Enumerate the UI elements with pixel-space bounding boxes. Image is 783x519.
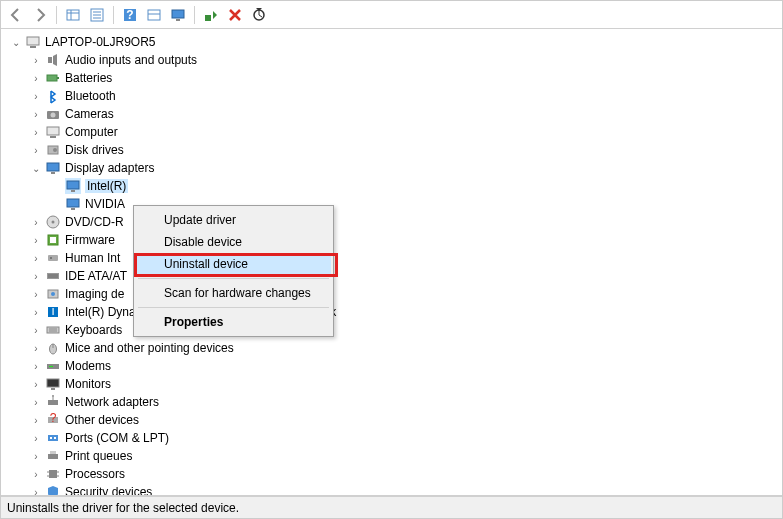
device-tree[interactable]: ⌄ LAPTOP-0LJR9OR5 ›Audio inputs and outp… xyxy=(1,29,782,495)
scan-button[interactable] xyxy=(248,4,270,26)
monitor-icon xyxy=(45,376,61,392)
tree-item-label: Imaging de xyxy=(65,287,124,301)
show-hidden-button[interactable] xyxy=(62,4,84,26)
tree-category[interactable]: ›Monitors xyxy=(7,375,782,393)
tree-category[interactable]: ›Disk drives xyxy=(7,141,782,159)
tree-category[interactable]: ›iIntel(R) Dynamic Platform and Thermal … xyxy=(7,303,782,321)
expand-toggle[interactable]: › xyxy=(29,89,43,103)
tree-category[interactable]: ›Batteries xyxy=(7,69,782,87)
tree-category[interactable]: ›Mice and other pointing devices xyxy=(7,339,782,357)
menu-item[interactable]: Properties xyxy=(136,311,331,333)
expand-toggle[interactable]: › xyxy=(29,107,43,121)
expand-toggle[interactable]: › xyxy=(29,377,43,391)
tree-root[interactable]: ⌄ LAPTOP-0LJR9OR5 xyxy=(7,33,782,51)
security-icon xyxy=(45,484,61,495)
tree-category[interactable]: ›Cameras xyxy=(7,105,782,123)
tree-device[interactable]: NVIDIA xyxy=(7,195,782,213)
separator xyxy=(194,6,195,24)
tree-category[interactable]: ⌄Display adapters xyxy=(7,159,782,177)
menu-item[interactable]: Uninstall device xyxy=(136,253,331,275)
tree-item-label: Network adapters xyxy=(65,395,159,409)
expand-toggle[interactable]: › xyxy=(29,251,43,265)
tree-category[interactable]: ›Firmware xyxy=(7,231,782,249)
expand-toggle[interactable]: › xyxy=(29,413,43,427)
expand-toggle[interactable]: ⌄ xyxy=(9,35,23,49)
svg-point-25 xyxy=(53,148,57,152)
tree-category[interactable]: ›Processors xyxy=(7,465,782,483)
help-button[interactable]: ? xyxy=(119,4,141,26)
tree-category[interactable]: ›Audio inputs and outputs xyxy=(7,51,782,69)
list-icon xyxy=(89,7,105,23)
expand-toggle[interactable]: › xyxy=(29,449,43,463)
expand-toggle[interactable]: › xyxy=(29,233,43,247)
mouse-icon xyxy=(45,340,61,356)
tree-category[interactable]: ›Security devices xyxy=(7,483,782,495)
tree-category[interactable]: ›IDE ATA/AT xyxy=(7,267,782,285)
table-icon xyxy=(65,7,81,23)
tree-category[interactable]: ›Modems xyxy=(7,357,782,375)
menu-item[interactable]: Scan for hardware changes xyxy=(136,282,331,304)
tree-category[interactable]: ›Keyboards xyxy=(7,321,782,339)
install-icon xyxy=(203,7,219,23)
properties-button[interactable] xyxy=(143,4,165,26)
tree-item-label: Human Int xyxy=(65,251,120,265)
tree-item-label: Batteries xyxy=(65,71,112,85)
menu-item[interactable]: Update driver xyxy=(136,209,331,231)
dvd-icon xyxy=(45,214,61,230)
back-button[interactable] xyxy=(5,4,27,26)
forward-button[interactable] xyxy=(29,4,51,26)
status-bar: Uninstalls the driver for the selected d… xyxy=(1,496,782,518)
menu-separator xyxy=(138,307,329,308)
tree-category[interactable]: ›Imaging de xyxy=(7,285,782,303)
tree-category[interactable]: ›DVD/CD-R xyxy=(7,213,782,231)
expand-toggle[interactable]: › xyxy=(29,305,43,319)
expand-toggle[interactable]: › xyxy=(29,287,43,301)
expand-toggle[interactable]: › xyxy=(29,431,43,445)
svg-rect-27 xyxy=(51,172,55,174)
expand-toggle[interactable]: › xyxy=(29,215,43,229)
tree-category[interactable]: ›Bluetooth xyxy=(7,87,782,105)
tree-item-label: Disk drives xyxy=(65,143,124,157)
expand-toggle[interactable]: › xyxy=(29,323,43,337)
svg-rect-15 xyxy=(27,37,39,45)
svg-rect-55 xyxy=(48,400,58,405)
bluetooth-icon xyxy=(45,88,61,104)
context-menu: Update driverDisable deviceUninstall dev… xyxy=(133,205,334,337)
expand-toggle[interactable]: ⌄ xyxy=(29,161,43,175)
tree-category[interactable]: ›Computer xyxy=(7,123,782,141)
expand-toggle[interactable]: › xyxy=(29,269,43,283)
expand-toggle[interactable]: › xyxy=(29,125,43,139)
forward-icon xyxy=(32,7,48,23)
svg-rect-0 xyxy=(67,10,79,20)
tree-item-label: Monitors xyxy=(65,377,111,391)
expand-toggle[interactable]: › xyxy=(29,485,43,495)
remove-icon xyxy=(227,7,243,23)
menu-separator xyxy=(138,278,329,279)
tree-category[interactable]: ›Ports (COM & LPT) xyxy=(7,429,782,447)
tree-device[interactable]: Intel(R) xyxy=(7,177,782,195)
expand-toggle[interactable]: › xyxy=(29,71,43,85)
enable-button[interactable] xyxy=(200,4,222,26)
svg-text:?: ? xyxy=(50,412,57,425)
svg-point-42 xyxy=(51,292,55,296)
uninstall-button[interactable] xyxy=(224,4,246,26)
tree-category[interactable]: ›Network adapters xyxy=(7,393,782,411)
view-button[interactable] xyxy=(86,4,108,26)
tree-category[interactable]: ›Print queues xyxy=(7,447,782,465)
svg-rect-36 xyxy=(48,255,58,261)
expand-toggle[interactable]: › xyxy=(29,359,43,373)
expand-toggle[interactable]: › xyxy=(29,467,43,481)
tree-category[interactable]: ›?Other devices xyxy=(7,411,782,429)
expand-toggle[interactable]: › xyxy=(29,143,43,157)
update-driver-button[interactable] xyxy=(167,4,189,26)
tree-category[interactable]: ›Human Int xyxy=(7,249,782,267)
expand-spacer xyxy=(49,179,63,193)
display-icon xyxy=(65,196,81,212)
svg-rect-26 xyxy=(47,163,59,171)
expand-toggle[interactable]: › xyxy=(29,395,43,409)
tree-item-label: Firmware xyxy=(65,233,115,247)
expand-toggle[interactable]: › xyxy=(29,53,43,67)
tree-item-label: NVIDIA xyxy=(85,197,125,211)
expand-toggle[interactable]: › xyxy=(29,341,43,355)
menu-item[interactable]: Disable device xyxy=(136,231,331,253)
